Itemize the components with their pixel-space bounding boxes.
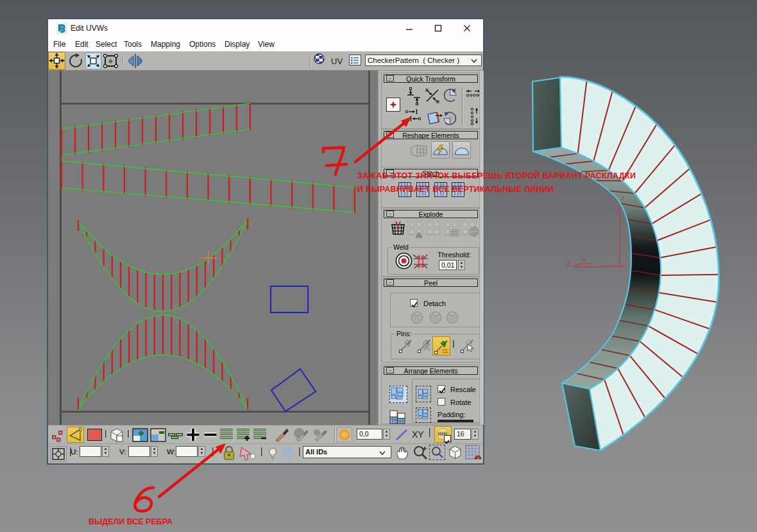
svg-text:z: z: [622, 194, 625, 202]
svg-text:x: x: [583, 256, 586, 263]
svg-text:y: y: [567, 259, 570, 266]
